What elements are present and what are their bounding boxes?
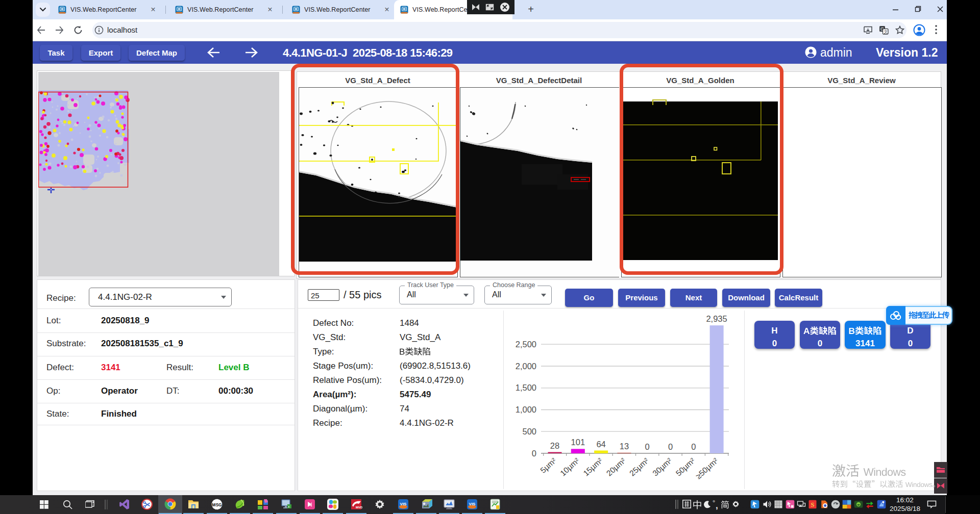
svg-text:30µm²: 30µm²: [651, 456, 673, 478]
svg-text:64: 64: [596, 440, 605, 449]
svg-text:0: 0: [668, 442, 673, 451]
svg-text:1,000: 1,000: [516, 405, 536, 414]
svg-text:20µm²: 20µm²: [605, 456, 627, 478]
svg-text:50µm²: 50µm²: [674, 456, 697, 478]
svg-text:2,935: 2,935: [706, 314, 727, 323]
svg-text:x: x: [288, 505, 290, 508]
svg-text:0: 0: [532, 449, 536, 458]
svg-text:VIS: VIS: [469, 502, 476, 506]
svg-text:S: S: [811, 501, 815, 508]
svg-text:10µm²: 10µm²: [558, 456, 581, 478]
svg-text:MVD: MVD: [356, 506, 362, 509]
svg-text:13: 13: [620, 442, 629, 451]
svg-text:0: 0: [691, 442, 696, 451]
svg-text:0: 0: [645, 442, 650, 451]
svg-text:101: 101: [571, 438, 585, 447]
svg-text:≥50µm²: ≥50µm²: [694, 456, 720, 481]
svg-text:28: 28: [550, 441, 559, 450]
svg-text:500: 500: [522, 427, 536, 436]
svg-text:1,500: 1,500: [516, 383, 536, 392]
svg-text:5µm²: 5µm²: [538, 456, 558, 475]
svg-text:15µm²: 15µm²: [581, 456, 604, 478]
svg-text:2,000: 2,000: [516, 362, 536, 371]
svg-text:文: 文: [884, 30, 888, 34]
svg-text:2,500: 2,500: [516, 340, 536, 349]
svg-text:25µm²: 25µm²: [628, 456, 650, 478]
svg-text:MSG: MSG: [212, 502, 222, 507]
svg-text:VIS: VIS: [400, 502, 407, 506]
